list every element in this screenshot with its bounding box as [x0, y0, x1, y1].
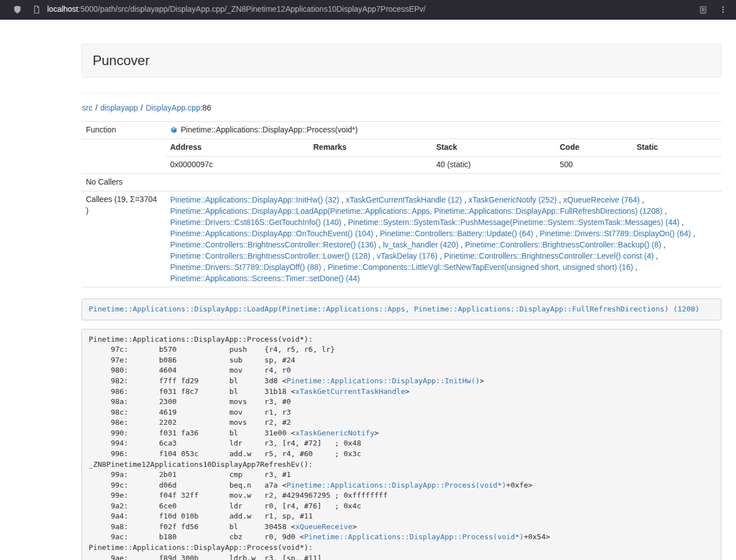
breadcrumb-separator: /	[95, 103, 98, 112]
callee-link[interactable]: lv_task_handler (420)	[383, 240, 459, 249]
toolbar-right-group	[697, 3, 729, 16]
breadcrumb-separator: /	[141, 103, 143, 112]
callees-row: Callees (19, Σ=3704 ) Pinetime::Applicat…	[81, 191, 721, 287]
callee-link[interactable]: Pinetime::Controllers::Battery::Update()…	[380, 229, 533, 238]
symbol-link[interactable]: xTaskGetCurrentTaskHandle	[295, 387, 405, 396]
callee-link[interactable]: Pinetime::Components::LittleVgl::SetNewT…	[328, 263, 633, 272]
symbol-link[interactable]: Pinetime::Applications::DisplayApp::Init…	[286, 377, 479, 385]
column-header-remarks: Remarks	[309, 139, 432, 156]
callee-link[interactable]: Pinetime::Applications::DisplayApp::Init…	[170, 195, 339, 204]
callee-link[interactable]: Pinetime::Controllers::BrightnessControl…	[170, 251, 370, 260]
callees-label: Callees (19, Σ=3704 )	[81, 191, 166, 287]
callee-link[interactable]: Pinetime::Controllers::BrightnessControl…	[444, 251, 653, 260]
url-path: :5000/path/src/displayapp/DisplayApp.cpp…	[78, 4, 426, 13]
callee-link[interactable]: xTaskGenericNotify (252)	[468, 195, 556, 204]
symbol-stats-table: Address Remarks Stack Code Static 0x0000…	[166, 139, 721, 173]
callee-link[interactable]: Pinetime::Applications::Screens::Timer::…	[170, 274, 360, 283]
callee-link[interactable]: Pinetime::Drivers::Cst816S::GetTouchInfo…	[170, 218, 341, 227]
shield-icon[interactable]	[11, 3, 24, 16]
stats-value-row: 0x0000097c 40 (static) 500	[166, 157, 721, 173]
kebab-menu-icon[interactable]	[717, 3, 729, 16]
document-icon[interactable]	[30, 3, 43, 16]
callee-link[interactable]: Pinetime::Drivers::St7789::DisplayOff() …	[170, 263, 321, 272]
breadcrumb-link-file[interactable]: DisplayApp.cpp	[145, 103, 200, 112]
no-callers-label: No Callers	[81, 174, 166, 191]
selected-symbol-box: Pinetime::Applications::DisplayApp::Load…	[81, 299, 721, 320]
column-header-static: Static	[632, 139, 721, 156]
function-label: Function	[81, 122, 166, 139]
symbol-link[interactable]: xQueueReceive	[295, 522, 353, 531]
empty-label-cell	[81, 139, 166, 174]
stats-header-row: Address Remarks Stack Code Static	[166, 139, 721, 156]
callee-link[interactable]: Pinetime::Drivers::St7789::DisplayOn() (…	[540, 229, 691, 238]
callees-list: Pinetime::Applications::DisplayApp::Init…	[166, 191, 721, 287]
function-row: Function Pinetime::Applications::Display…	[81, 122, 721, 139]
main-content: Puncover src/displayapp/DisplayApp.cpp:8…	[81, 44, 721, 560]
page-title: Puncover	[93, 53, 149, 68]
selected-symbol-link[interactable]: Pinetime::Applications::DisplayApp::Load…	[89, 305, 700, 313]
browser-toolbar: localhost:5000/path/src/displayapp/Displ…	[0, 0, 736, 20]
address-value: 0x0000097c	[166, 157, 309, 173]
symbol-link[interactable]: Pinetime::Applications::DisplayApp::Proc…	[304, 533, 524, 541]
column-header-address: Address	[166, 139, 309, 156]
function-name-cell: Pinetime::Applications::DisplayApp::Proc…	[166, 122, 721, 139]
breadcrumb-link-src[interactable]: src	[82, 103, 93, 112]
disassembly-code-block: Pinetime::Applications::DisplayApp::Proc…	[81, 329, 721, 560]
section-divider	[81, 93, 721, 93]
callee-link[interactable]: xTaskGetCurrentTaskHandle (12)	[346, 195, 462, 204]
breadcrumb-link-displayapp[interactable]: displayapp	[100, 103, 138, 112]
function-icon	[170, 126, 177, 134]
callee-link[interactable]: Pinetime::Applications::DisplayApp::OnTo…	[170, 229, 373, 238]
callee-link[interactable]: vTaskDelay (176)	[377, 251, 437, 260]
url-bar[interactable]: localhost:5000/path/src/displayapp/Displ…	[47, 4, 697, 15]
remarks-value	[309, 157, 432, 173]
code-value: 500	[555, 157, 632, 173]
callee-link[interactable]: Pinetime::Applications::DisplayApp::Load…	[170, 206, 662, 215]
reader-mode-icon[interactable]	[697, 3, 709, 16]
stats-row: Address Remarks Stack Code Static 0x0000…	[81, 139, 721, 174]
stack-value: 40 (static)	[432, 157, 555, 173]
page-title-panel: Puncover	[81, 44, 721, 77]
breadcrumb: src/displayapp/DisplayApp.cpp:86	[82, 103, 721, 114]
function-name: Pinetime::Applications::DisplayApp::Proc…	[181, 125, 358, 134]
callee-link[interactable]: Pinetime::Controllers::BrightnessControl…	[465, 240, 661, 249]
function-table: Function Pinetime::Applications::Display…	[81, 121, 721, 287]
symbol-link[interactable]: xTaskGenericNotify	[295, 429, 374, 437]
column-header-stack: Stack	[432, 139, 555, 156]
no-callers-row: No Callers	[81, 174, 721, 191]
breadcrumb-line-number: :86	[200, 103, 211, 112]
callee-link[interactable]: Pinetime::Controllers::BrightnessControl…	[170, 240, 376, 249]
callee-link[interactable]: xQueueReceive (764)	[563, 195, 639, 204]
no-callers-cell	[166, 174, 721, 191]
column-header-code: Code	[555, 139, 632, 156]
callee-link[interactable]: Pinetime::System::SystemTask::PushMessag…	[348, 218, 680, 227]
static-value	[632, 157, 721, 173]
symbol-link[interactable]: Pinetime::Applications::DisplayApp::Proc…	[286, 481, 506, 489]
url-host: localhost	[47, 4, 78, 13]
stats-table-cell: Address Remarks Stack Code Static 0x0000…	[166, 139, 721, 174]
